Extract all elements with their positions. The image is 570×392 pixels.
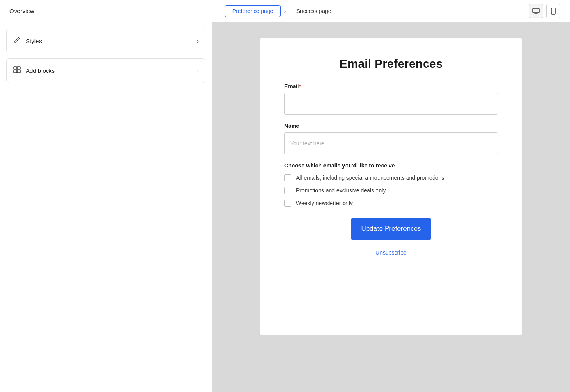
email-field-group: Email*	[284, 83, 498, 115]
svg-rect-8	[17, 70, 20, 73]
main: Styles › Add blocks › Email Pre	[0, 22, 570, 392]
email-required-marker: *	[299, 83, 301, 89]
sidebar-item-styles[interactable]: Styles ›	[6, 29, 205, 53]
name-field-group: Name	[284, 123, 498, 154]
svg-point-4	[553, 13, 554, 13]
svg-rect-5	[14, 67, 17, 69]
tab-preference[interactable]: Preference page	[225, 5, 281, 17]
svg-rect-7	[14, 70, 17, 73]
styles-icon	[13, 36, 21, 46]
styles-chevron-icon: ›	[197, 38, 199, 45]
checkbox-promotions[interactable]: Promotions and exclusive deals only	[284, 187, 498, 194]
sidebar: Styles › Add blocks ›	[0, 22, 212, 392]
unsubscribe-link[interactable]: Unsubscribe	[284, 249, 498, 256]
checkbox-all-emails-label: All emails, including special announceme…	[296, 175, 444, 181]
form-title: Email Preferences	[284, 57, 498, 70]
mobile-view-button[interactable]	[546, 4, 560, 18]
update-preferences-button[interactable]: Update Preferences	[352, 218, 431, 240]
desktop-view-button[interactable]	[529, 4, 543, 18]
checkbox-newsletter-label: Weekly newsletter only	[296, 200, 353, 206]
overview-title: Overview	[10, 8, 34, 14]
tab-success[interactable]: Success page	[289, 6, 338, 17]
add-blocks-chevron-icon: ›	[197, 67, 199, 74]
checkbox-promotions-box[interactable]	[284, 187, 291, 194]
header: Overview Preference page › Success page	[0, 0, 570, 22]
email-input[interactable]	[284, 93, 498, 115]
svg-rect-6	[17, 67, 20, 69]
header-right	[529, 4, 560, 18]
email-label: Email*	[284, 83, 498, 89]
styles-label: Styles	[26, 38, 42, 44]
sidebar-item-styles-left: Styles	[13, 36, 42, 46]
name-input[interactable]	[284, 132, 498, 154]
canvas: Email Preferences Email* Name Choose whi…	[212, 22, 570, 392]
checkbox-promotions-label: Promotions and exclusive deals only	[296, 187, 386, 194]
checkbox-all-emails-box[interactable]	[284, 174, 291, 181]
checkbox-section-title: Choose which emails you'd like to receiv…	[284, 162, 498, 169]
preferences-card: Email Preferences Email* Name Choose whi…	[260, 38, 522, 335]
add-blocks-label: Add blocks	[26, 67, 55, 74]
checkbox-section: Choose which emails you'd like to receiv…	[284, 162, 498, 207]
checkbox-all-emails[interactable]: All emails, including special announceme…	[284, 174, 498, 181]
sidebar-item-add-blocks-left: Add blocks	[13, 66, 55, 76]
name-label: Name	[284, 123, 498, 129]
svg-rect-0	[533, 8, 539, 13]
header-center: Preference page › Success page	[225, 5, 338, 17]
add-blocks-icon	[13, 66, 21, 76]
checkbox-newsletter[interactable]: Weekly newsletter only	[284, 200, 498, 207]
checkbox-newsletter-box[interactable]	[284, 200, 291, 207]
sidebar-item-add-blocks[interactable]: Add blocks ›	[6, 58, 205, 83]
header-left: Overview	[10, 8, 34, 14]
chevron-icon: ›	[284, 8, 286, 15]
